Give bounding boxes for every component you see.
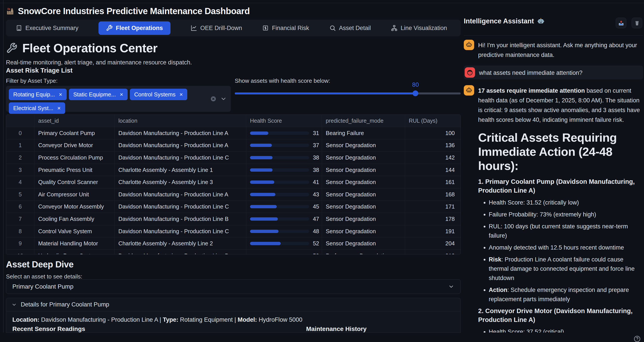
health-bar-fill xyxy=(250,205,277,208)
tab-fleet-operations[interactable]: Fleet Operations xyxy=(98,21,170,35)
cell-location: Davidson Manufacturing - Production Line… xyxy=(114,127,246,139)
model-label: Model: xyxy=(238,316,257,323)
bullet-item: Health Score: 31.52 (critically low) xyxy=(489,198,643,207)
row-index: 7 xyxy=(6,213,34,225)
chip-label: Electrical Syst... xyxy=(13,105,53,111)
asset-risk-table[interactable]: asset_idlocationHealth Scorepredicted_fa… xyxy=(6,114,461,254)
bold-text: 17 assets require immediate attention xyxy=(478,87,585,94)
bullet-item: RUL: 100 days (but current state suggest… xyxy=(489,222,643,240)
cell-location: Charlotte Assembly - Assembly Line 1 xyxy=(114,164,246,176)
chat-message-user: what assets need immediate attention? xyxy=(464,65,643,79)
cell-asset-id: Pneumatic Press Unit xyxy=(34,164,114,176)
table-row[interactable]: 6Conveyor Motor AssemblyDavidson Manufac… xyxy=(6,201,460,213)
health-bar-track xyxy=(250,205,309,208)
cell-rul: 204 xyxy=(405,237,460,250)
text-run: Health Score: 37.52 (critical) xyxy=(489,329,564,333)
chat-message-assistant: Hi! I'm your intelligent assistant. Ask … xyxy=(464,40,643,60)
assistant-header: Intelligence Assistant xyxy=(464,17,544,25)
app-title: SnowCore Industries Predictive Maintenan… xyxy=(6,6,250,16)
cell-rul: 171 xyxy=(405,201,460,213)
health-bar-fill xyxy=(250,230,278,233)
bold-text: Risk xyxy=(489,256,501,263)
clear-chat-button[interactable] xyxy=(632,18,642,28)
chip-label: Control Systems xyxy=(134,91,176,98)
table-row[interactable]: 0Primary Coolant PumpDavidson Manufactur… xyxy=(6,127,460,139)
factory-icon xyxy=(6,7,14,15)
table-row[interactable]: 4Quality Control ScannerCharlotte Assemb… xyxy=(6,176,460,188)
tab-oee-drill-down[interactable]: OEE Drill-Down xyxy=(190,25,242,31)
filter-chip[interactable]: Electrical Syst...× xyxy=(9,102,65,114)
tab-asset-detail[interactable]: Asset Detail xyxy=(329,25,371,31)
help-icon[interactable] xyxy=(634,335,641,342)
chat-heading: Critical Assets Requiring Immediate Acti… xyxy=(478,130,643,173)
health-bar-track xyxy=(250,217,309,221)
cell-health-score: 45 xyxy=(246,201,322,213)
cell-location: Davidson Manufacturing - Production Line… xyxy=(114,250,246,254)
cell-location: Charlotte Assembly - Assembly Line 3 xyxy=(114,176,246,188)
cell-asset-id: Process Circulation Pump xyxy=(34,152,114,164)
clear-all-icon[interactable] xyxy=(210,95,217,102)
filter-chip[interactable]: Rotating Equip...× xyxy=(9,89,67,100)
asset-type-multiselect[interactable]: Rotating Equip...×Static Equipme...×Cont… xyxy=(6,86,231,112)
tab-executive-summary[interactable]: Executive Summary xyxy=(16,25,78,31)
tab-line-visualization[interactable]: Line Visualization xyxy=(391,25,447,31)
table-row[interactable]: 1Conveyor Drive MotorDavidson Manufactur… xyxy=(6,139,460,152)
remove-chip-icon[interactable]: × xyxy=(120,91,123,98)
table-row[interactable]: 9Material Handling MotorCharlotte Assemb… xyxy=(6,237,460,250)
cell-location: Davidson Manufacturing - Production Line… xyxy=(114,213,246,225)
wrench-icon xyxy=(106,25,113,31)
row-index: 0 xyxy=(6,127,34,139)
cell-failure-mode: Sensor Degradation xyxy=(322,213,405,225)
bullet-item: Action: Schedule emergency inspection an… xyxy=(489,285,643,304)
health-value: 48 xyxy=(309,228,319,235)
table-row[interactable]: 2Process Circulation PumpDavidson Manufa… xyxy=(6,151,460,164)
cell-rul: 168 xyxy=(405,188,460,201)
cell-rul: 178 xyxy=(405,213,460,225)
remove-chip-icon[interactable]: × xyxy=(57,105,60,112)
row-index: 1 xyxy=(6,139,34,152)
deep-dive-title: Asset Deep Dive xyxy=(6,260,74,269)
cell-failure-mode: Sensor Degradation xyxy=(322,139,405,152)
tab-financial-risk[interactable]: Financial Risk xyxy=(262,25,309,31)
divider xyxy=(6,333,461,333)
chip-label: Static Equipme... xyxy=(73,91,116,98)
health-value: 52 xyxy=(309,240,319,247)
text-run: Anomaly detected with 12.5 hours recent … xyxy=(489,244,624,251)
filter-chip[interactable]: Control Systems× xyxy=(130,89,187,100)
asset-selectbox[interactable]: Primary Coolant Pump xyxy=(6,279,461,294)
health-bar-track xyxy=(250,254,309,254)
table-row[interactable]: 10Hydraulic Pump SystemDavidson Manufact… xyxy=(6,250,460,254)
table-row[interactable]: 8Control Valve SystemDavidson Manufactur… xyxy=(6,225,460,237)
table-row[interactable]: 3Pneumatic Press UnitCharlotte Assembly … xyxy=(6,164,460,176)
cell-location: Davidson Manufacturing - Production Line… xyxy=(114,139,246,152)
slider-fill xyxy=(235,92,416,94)
table-row[interactable]: 7Cooling Fan AssemblyDavidson Manufactur… xyxy=(6,213,460,225)
cell-location: Davidson Manufacturing - Production Line… xyxy=(114,152,246,164)
slider-thumb[interactable] xyxy=(412,90,418,96)
column-header xyxy=(6,115,34,127)
tab-label: Asset Detail xyxy=(339,25,371,31)
text-run: Health Score: 31.52 (critically low) xyxy=(489,199,579,206)
row-index: 2 xyxy=(6,152,34,164)
remove-chip-icon[interactable]: × xyxy=(180,91,183,98)
expander-header[interactable]: Details for Primary Coolant Pump xyxy=(6,298,460,311)
export-chat-button[interactable] xyxy=(616,18,626,28)
health-bar-track xyxy=(250,230,309,233)
chevron-down-icon[interactable] xyxy=(220,95,227,102)
column-header: RUL (Days) xyxy=(405,115,460,127)
filter-chip[interactable]: Static Equipme...× xyxy=(69,89,128,100)
cell-location: Davidson Manufacturing - Production Line… xyxy=(114,201,246,213)
text-run: : Production Line A coolant failure coul… xyxy=(489,256,634,281)
health-value: 45 xyxy=(309,203,319,210)
table-row[interactable]: 5Air Compressor UnitDavidson Manufacturi… xyxy=(6,188,460,201)
cell-health-score: 38 xyxy=(246,164,322,176)
chat-message-body: what assets need immediate attention? xyxy=(479,67,640,78)
cell-rul: 191 xyxy=(405,225,460,237)
health-bar-fill xyxy=(250,168,272,172)
slider-value: 80 xyxy=(406,81,424,88)
chat-message-body: 17 assets require immediate attention ba… xyxy=(478,85,643,333)
tab-bar: Executive SummaryFleet OperationsOEE Dri… xyxy=(6,20,461,36)
health-score-slider[interactable] xyxy=(235,92,461,94)
remove-chip-icon[interactable]: × xyxy=(59,91,62,98)
search-icon xyxy=(329,25,336,31)
